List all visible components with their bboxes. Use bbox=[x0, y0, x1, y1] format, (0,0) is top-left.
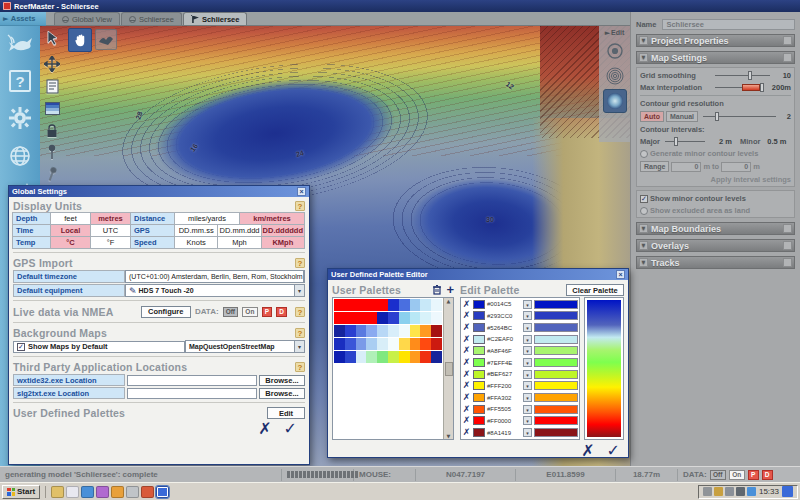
sonar-shark-logo-icon[interactable] bbox=[7, 34, 33, 56]
color-dropdown-icon[interactable]: ▾ bbox=[523, 381, 532, 390]
major-interval-slider[interactable] bbox=[665, 137, 705, 146]
user-palette-item[interactable] bbox=[334, 338, 442, 350]
add-palette-icon[interactable]: + bbox=[446, 285, 454, 295]
reefmaster-icon[interactable] bbox=[156, 486, 169, 498]
tray-sync-icon[interactable] bbox=[747, 487, 756, 496]
tab-global-view[interactable]: Global View bbox=[54, 12, 120, 25]
chevron-down-icon[interactable]: ▼ bbox=[639, 241, 648, 250]
user-palette-item[interactable] bbox=[334, 312, 442, 324]
slg2txt-location-input[interactable] bbox=[127, 388, 257, 399]
color-dropdown-icon[interactable]: ▾ bbox=[523, 416, 532, 425]
help-icon[interactable]: ? bbox=[9, 70, 31, 92]
settings-gear-icon[interactable] bbox=[8, 106, 32, 130]
confirm-button[interactable]: ✓ bbox=[284, 421, 297, 437]
tray-app-icon[interactable] bbox=[782, 486, 793, 497]
color-dropdown-icon[interactable]: ▾ bbox=[523, 405, 532, 414]
close-icon[interactable]: × bbox=[616, 270, 625, 279]
section-map-settings[interactable]: ▼ Map Settings bbox=[636, 51, 795, 64]
global-settings-title-bar[interactable]: Global Settings × bbox=[9, 186, 309, 197]
chevron-down-icon[interactable]: ▼ bbox=[639, 258, 648, 267]
show-minor-checkbox[interactable]: ✓ bbox=[640, 195, 648, 203]
pin-icon[interactable] bbox=[783, 241, 792, 250]
section-map-boundaries[interactable]: ▼ Map Boundaries bbox=[636, 222, 795, 235]
clear-palette-button[interactable]: Clear Palette bbox=[566, 284, 624, 296]
color-dropdown-icon[interactable]: ▾ bbox=[523, 311, 532, 320]
help-icon[interactable]: ? bbox=[295, 328, 305, 338]
color-swatch[interactable] bbox=[473, 428, 485, 437]
color-swatch[interactable] bbox=[473, 358, 485, 367]
remove-color-icon[interactable]: ✗ bbox=[462, 323, 471, 332]
show-excluded-checkbox[interactable] bbox=[640, 207, 648, 215]
color-dropdown-icon[interactable]: ▾ bbox=[523, 370, 532, 379]
pencil-icon[interactable]: ✎ bbox=[129, 286, 137, 296]
color-dropdown-icon[interactable]: ▾ bbox=[523, 335, 532, 344]
palette-list-scrollbar[interactable]: ▲ ▼ bbox=[443, 298, 453, 439]
color-swatch[interactable] bbox=[473, 346, 485, 355]
view-mode-shaded-button[interactable] bbox=[603, 89, 627, 113]
color-swatch[interactable] bbox=[473, 393, 485, 402]
remove-color-icon[interactable]: ✗ bbox=[462, 370, 471, 379]
edit-palettes-button[interactable]: Edit bbox=[267, 407, 305, 419]
remove-color-icon[interactable]: ✗ bbox=[462, 311, 471, 320]
confirm-button[interactable]: ✓ bbox=[607, 443, 620, 459]
pin-icon[interactable] bbox=[783, 53, 792, 62]
remove-color-icon[interactable]: ✗ bbox=[462, 393, 471, 402]
show-maps-checkbox-row[interactable]: ✓ Show Maps by Default bbox=[13, 341, 185, 353]
help-icon[interactable]: ? bbox=[295, 362, 305, 372]
remove-color-icon[interactable]: ✗ bbox=[462, 381, 471, 390]
map-name-input[interactable]: Schliersee bbox=[662, 19, 795, 30]
resolution-auto-button[interactable]: Auto bbox=[640, 111, 664, 122]
apply-interval-settings-button[interactable]: Apply interval settings bbox=[711, 175, 791, 184]
help-icon[interactable]: ? bbox=[295, 258, 305, 268]
remove-color-icon[interactable]: ✗ bbox=[462, 346, 471, 355]
color-dropdown-icon[interactable]: ▾ bbox=[523, 323, 532, 332]
window-title-bar[interactable]: ReefMaster - Schliersee bbox=[0, 0, 800, 12]
cancel-button[interactable]: ✗ bbox=[581, 443, 594, 459]
color-swatch[interactable] bbox=[473, 300, 485, 309]
color-scale-tool[interactable] bbox=[42, 98, 62, 118]
color-swatch[interactable] bbox=[473, 311, 485, 320]
resolution-slider[interactable] bbox=[703, 112, 776, 121]
nmea-data-off-toggle[interactable]: Off bbox=[223, 307, 239, 317]
tray-flag-icon[interactable] bbox=[714, 487, 723, 496]
move-pan-arrows-tool[interactable] bbox=[42, 54, 62, 74]
color-swatch[interactable] bbox=[473, 370, 485, 379]
delete-palette-icon[interactable] bbox=[432, 284, 442, 297]
range-to-input[interactable]: 0 bbox=[721, 162, 751, 172]
tray-updates-icon[interactable] bbox=[703, 487, 712, 496]
remove-color-icon[interactable]: ✗ bbox=[462, 335, 471, 344]
color-dropdown-icon[interactable]: ▾ bbox=[523, 358, 532, 367]
chevron-down-icon[interactable]: ▼ bbox=[639, 53, 648, 62]
app-orange-icon[interactable] bbox=[111, 486, 124, 498]
globe-icon[interactable] bbox=[8, 144, 32, 168]
tab-schliersee-1[interactable]: Schliersee bbox=[121, 12, 182, 25]
route-pin-tool[interactable] bbox=[42, 164, 62, 184]
pin-icon[interactable] bbox=[783, 258, 792, 267]
section-project-properties[interactable]: ▼ Project Properties bbox=[636, 34, 795, 47]
palette-editor-title-bar[interactable]: User Defined Palette Editor × bbox=[328, 269, 628, 280]
show-maps-checkbox[interactable]: ✓ bbox=[17, 343, 25, 351]
unit-option[interactable]: Mph bbox=[217, 236, 261, 249]
browser-icon[interactable] bbox=[141, 486, 154, 498]
lock-pin-tool[interactable] bbox=[42, 120, 62, 140]
user-palette-item[interactable] bbox=[334, 299, 442, 311]
view-mode-contours-button[interactable] bbox=[603, 64, 627, 88]
pan-hand-tool[interactable] bbox=[68, 28, 92, 52]
scrollbar-thumb[interactable] bbox=[445, 362, 453, 376]
nmea-data-on-toggle[interactable]: On bbox=[242, 307, 258, 317]
color-swatch[interactable] bbox=[473, 323, 485, 332]
notes-list-tool[interactable] bbox=[42, 76, 62, 96]
section-tracks[interactable]: ▼ Tracks bbox=[636, 256, 795, 269]
select-cursor-tool[interactable] bbox=[42, 28, 62, 48]
unit-option[interactable]: °C bbox=[50, 236, 91, 249]
range-from-input[interactable]: 0 bbox=[671, 162, 701, 172]
help-icon[interactable]: ? bbox=[295, 201, 305, 211]
map-source-dropdown[interactable]: MapQuestOpenStreetMap ▾ bbox=[185, 340, 305, 353]
generate-minor-checkbox[interactable] bbox=[640, 150, 648, 158]
equipment-dropdown[interactable]: ✎ HDS 7 Touch -20 ▾ bbox=[125, 284, 305, 297]
start-button[interactable]: Start bbox=[2, 485, 40, 499]
tray-volume-icon[interactable] bbox=[736, 487, 745, 496]
chevron-down-icon[interactable]: ▼ bbox=[639, 36, 648, 45]
slg2txt-browse-button[interactable]: Browse... bbox=[259, 388, 305, 399]
remove-color-icon[interactable]: ✗ bbox=[462, 300, 471, 309]
